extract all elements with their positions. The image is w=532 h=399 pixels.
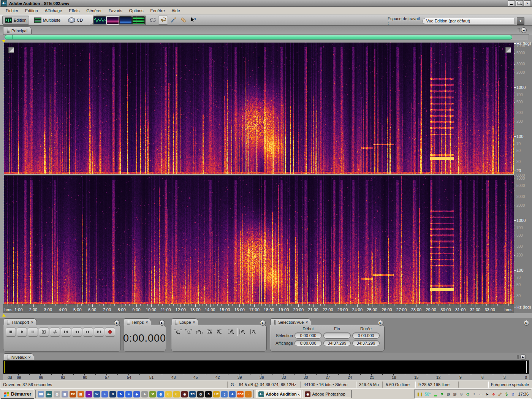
tray-recycle-green-icon[interactable]: ♻	[465, 391, 470, 397]
start-button[interactable]: Démarrer	[1, 390, 34, 399]
fast-forward-button[interactable]	[83, 328, 93, 337]
tray-pointer-util-icon[interactable]: ➤	[484, 391, 490, 397]
temps-panel-menu-button[interactable]: ▶	[159, 320, 165, 326]
pause-button[interactable]	[28, 328, 38, 337]
playhead-marker-top[interactable]	[2, 40, 6, 43]
tab-niveaux[interactable]: Niveaux ×	[4, 353, 34, 361]
close-icon[interactable]: ×	[193, 320, 195, 325]
marquee-selection-tool-button[interactable]	[148, 16, 157, 24]
go-to-end-button[interactable]	[94, 328, 104, 337]
quick-launch-moon-yellow-1-icon[interactable]: ☾	[165, 391, 172, 397]
spectral-pan-view-button[interactable]	[119, 16, 132, 24]
quick-launch-fx-app-icon[interactable]: FX	[70, 391, 76, 397]
restore-button[interactable]	[516, 0, 523, 6]
quick-launch-blue-tool-icon[interactable]: ✎	[117, 391, 124, 397]
menu-item-fichier[interactable]: Fichier	[2, 8, 22, 14]
tray-network-offline-1-icon[interactable]: 🖳	[445, 391, 451, 397]
quick-launch-photoshop-eye-icon[interactable]: ◉	[181, 391, 188, 397]
workspace-dropdown-button[interactable]: ▼	[517, 17, 524, 25]
play-button[interactable]	[17, 328, 27, 337]
quick-launch-ue-coin-icon[interactable]: UE	[213, 391, 220, 397]
mode-button-edition[interactable]: Edition	[2, 16, 29, 25]
quick-launch-netscape-icon[interactable]: N	[109, 391, 116, 397]
quick-launch-pc-blue-icon[interactable]: ▯	[221, 391, 228, 397]
loupe-panel-menu-button[interactable]: ▶	[260, 320, 266, 326]
close-icon[interactable]: ×	[146, 320, 148, 325]
stop-button[interactable]	[6, 328, 16, 337]
quick-launch-blue-badge-icon[interactable]: ◆	[133, 391, 140, 397]
lasso-selection-tool-button[interactable]	[158, 16, 168, 25]
close-icon[interactable]: ×	[28, 355, 31, 359]
horizontal-scrollbar-thumb[interactable]	[5, 35, 512, 40]
menu-item-aide[interactable]: Aide	[168, 8, 184, 14]
field-affichage-fin[interactable]: 34:37.299	[323, 340, 351, 346]
zoom-to-selection-button[interactable]	[205, 328, 215, 336]
tray-green-indicator-icon[interactable]: ▂	[432, 391, 438, 397]
quick-launch-green-tool-icon[interactable]: ⚒	[149, 391, 156, 397]
tray-paint-util-icon[interactable]: 🖉	[497, 391, 503, 397]
quick-launch-pdf-orange-icon[interactable]: PDF	[237, 391, 244, 397]
tray-mouse-util-icon[interactable]: ⌖	[471, 391, 477, 397]
zoom-out-vertical-button[interactable]	[248, 328, 258, 336]
quick-launch-planet-browser-icon[interactable]: ✦	[101, 391, 108, 397]
menu-item-options[interactable]: Options	[126, 8, 147, 14]
quick-launch-clock-black-icon[interactable]: ◷	[197, 391, 204, 397]
waveform-view-button[interactable]	[93, 16, 106, 24]
quick-launch-folder-orange-icon[interactable]: ▤	[78, 391, 84, 397]
quick-launch-airplane-blue-icon[interactable]: ✈	[229, 391, 236, 397]
minimize-button[interactable]	[508, 0, 515, 6]
tab-principal[interactable]: Principal	[3, 26, 32, 35]
tray-modem-icon[interactable]: ▭	[478, 391, 483, 397]
zoom-out-full-button[interactable]	[194, 328, 204, 336]
menu-item-générer[interactable]: Générer	[83, 8, 105, 14]
field-sélection-fin[interactable]	[323, 332, 351, 339]
playhead-marker-bottom[interactable]	[2, 314, 6, 317]
quick-launch-onenote-icon[interactable]: n	[86, 391, 92, 397]
quick-launch-word-icon[interactable]: W	[93, 391, 100, 397]
tray-network-offline-2-icon[interactable]: 🖳	[452, 391, 458, 397]
tray-blocked-icon[interactable]: ⊘	[458, 391, 464, 397]
field-affichage-début[interactable]: 0:00.000	[294, 340, 322, 346]
menu-item-effets[interactable]: Effets	[65, 8, 83, 14]
zoom-in-right-selection-button[interactable]	[226, 328, 236, 336]
corner-handle-top-right[interactable]	[505, 47, 511, 53]
niveaux-panel-menu-button[interactable]: ▶	[520, 354, 526, 360]
close-icon[interactable]: ×	[306, 320, 308, 325]
spectral-frequency-view-button[interactable]	[106, 16, 119, 24]
quick-launch-globe-icon[interactable]: ◍	[157, 391, 164, 397]
menu-item-affichage[interactable]: Affichage	[41, 8, 66, 14]
quick-launch-gray-sphere-a-icon[interactable]: A	[141, 391, 148, 397]
task-button-adobe-photoshop[interactable]: ◉Adobe Photoshop	[302, 390, 352, 398]
quick-launch-moon-yellow-2-icon[interactable]: ☾	[173, 391, 180, 397]
field-affichage-durée[interactable]: 34:37.299	[352, 340, 380, 346]
play-from-cursor-button[interactable]	[39, 328, 49, 337]
spot-healing-brush-tool-button[interactable]	[179, 16, 188, 24]
tray-cpu-temp-icon[interactable]: 50°	[423, 391, 432, 397]
quick-launch-player-orange-icon[interactable]: ◔	[245, 391, 252, 397]
scrub-tool-button[interactable]	[188, 16, 198, 24]
menu-item-fenêtre[interactable]: Fenêtre	[147, 8, 168, 14]
tray-red-app-icon[interactable]: ❖	[491, 391, 496, 397]
transport-panel-menu-button[interactable]: ▶	[114, 320, 120, 326]
playhead-line[interactable]	[4, 43, 4, 304]
quick-launch-xara-star-icon[interactable]: ✶	[125, 391, 132, 397]
paintbrush-tool-button[interactable]	[169, 16, 178, 24]
quick-launch-tc-circle-icon[interactable]: TC	[189, 391, 196, 397]
tabrow-panel-menu-button[interactable]: ▶	[521, 27, 527, 33]
tray-flag-green-icon[interactable]: ⚑	[439, 391, 445, 397]
zoom-in-vertical-button[interactable]	[238, 328, 248, 336]
spectrogram-right-channel[interactable]	[4, 176, 514, 304]
menu-item-favoris[interactable]: Favoris	[105, 8, 126, 14]
menu-item-edition[interactable]: Edition	[22, 8, 41, 14]
tray-currency-green-icon[interactable]: $	[504, 391, 509, 397]
time-selection-tool-button[interactable]	[138, 16, 147, 24]
mode-button-multipiste[interactable]: Multipiste	[32, 16, 63, 25]
field-sélection-début[interactable]: 0:00.000	[294, 332, 322, 339]
level-meter[interactable]	[3, 360, 529, 374]
corner-handle-top-left[interactable]	[8, 47, 14, 53]
zoom-in-left-selection-button[interactable]	[215, 328, 226, 336]
go-to-start-button[interactable]	[61, 328, 71, 337]
task-button-adobe-audition-[interactable]: AuAdobe Audition -...	[256, 390, 301, 398]
frequency-axis[interactable]: Hz (log)70005000300020001000700500300200…	[514, 43, 532, 313]
field-sélection-durée[interactable]: 0:00.000	[352, 332, 380, 339]
